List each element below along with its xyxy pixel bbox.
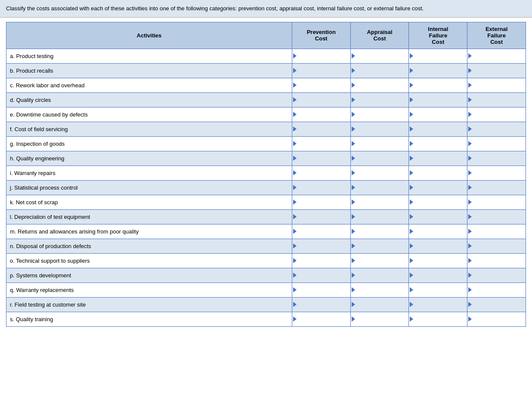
- appraisal-cell[interactable]: [350, 107, 409, 122]
- internal-failure-cell[interactable]: [409, 209, 467, 224]
- prevention-cell[interactable]: [292, 63, 350, 78]
- appraisal-indicator-icon: [352, 302, 355, 307]
- external-failure-cell[interactable]: [467, 312, 526, 326]
- external-failure-cell[interactable]: [467, 239, 526, 253]
- internal-failure-cell[interactable]: [409, 312, 467, 326]
- prevention-indicator-icon: [293, 273, 297, 278]
- external-failure-cell[interactable]: [467, 268, 526, 282]
- appraisal-cell[interactable]: [350, 92, 409, 107]
- external-failure-cell[interactable]: [467, 253, 526, 268]
- external-failure-cell[interactable]: [467, 180, 526, 195]
- internal-failure-indicator-icon: [410, 126, 413, 132]
- appraisal-cell[interactable]: [350, 312, 409, 326]
- prevention-indicator-icon: [293, 243, 297, 249]
- prevention-cell[interactable]: [292, 224, 350, 239]
- internal-failure-cell[interactable]: [409, 253, 467, 268]
- prevention-cell[interactable]: [292, 209, 350, 224]
- appraisal-cell[interactable]: [350, 224, 409, 239]
- external-failure-cell[interactable]: [467, 209, 526, 224]
- prevention-cell[interactable]: [292, 282, 350, 297]
- external-failure-cell[interactable]: [467, 151, 526, 166]
- table-row: o. Technical support to suppliers: [6, 253, 526, 268]
- external-failure-indicator-icon: [468, 53, 472, 58]
- external-failure-cell[interactable]: [467, 49, 526, 63]
- external-failure-cell[interactable]: [467, 166, 526, 180]
- internal-failure-cell[interactable]: [409, 268, 467, 282]
- external-failure-indicator-icon: [468, 258, 472, 263]
- external-failure-cell[interactable]: [467, 122, 526, 136]
- table-container: Activities PreventionCost AppraisalCost …: [0, 18, 532, 331]
- appraisal-cell[interactable]: [350, 282, 409, 297]
- prevention-cell[interactable]: [292, 92, 350, 107]
- internal-failure-cell[interactable]: [409, 282, 467, 297]
- activity-label: h. Quality engineering: [6, 151, 292, 166]
- appraisal-cell[interactable]: [350, 166, 409, 180]
- prevention-cell[interactable]: [292, 122, 350, 136]
- internal-failure-cell[interactable]: [409, 166, 467, 180]
- external-failure-cell[interactable]: [467, 136, 526, 151]
- appraisal-indicator-icon: [352, 273, 355, 278]
- appraisal-cell[interactable]: [350, 63, 409, 78]
- external-failure-cell[interactable]: [467, 224, 526, 239]
- prevention-cell[interactable]: [292, 297, 350, 312]
- external-failure-indicator-icon: [468, 83, 472, 88]
- appraisal-indicator-icon: [352, 229, 355, 234]
- internal-failure-cell[interactable]: [409, 122, 467, 136]
- appraisal-cell[interactable]: [350, 268, 409, 282]
- internal-failure-cell[interactable]: [409, 49, 467, 63]
- appraisal-cell[interactable]: [350, 180, 409, 195]
- activity-label: g. Inspection of goods: [6, 136, 292, 151]
- internal-failure-cell[interactable]: [409, 239, 467, 253]
- appraisal-cell[interactable]: [350, 122, 409, 136]
- appraisal-indicator-icon: [352, 112, 355, 117]
- prevention-cell[interactable]: [292, 107, 350, 122]
- internal-failure-cell[interactable]: [409, 224, 467, 239]
- internal-failure-cell[interactable]: [409, 297, 467, 312]
- external-failure-cell[interactable]: [467, 92, 526, 107]
- internal-failure-cell[interactable]: [409, 78, 467, 92]
- activity-label: q. Warranty replacements: [6, 282, 292, 297]
- internal-failure-cost-header: InternalFailureCost: [409, 22, 467, 49]
- external-failure-cell[interactable]: [467, 282, 526, 297]
- prevention-cell[interactable]: [292, 136, 350, 151]
- external-failure-cell[interactable]: [467, 297, 526, 312]
- appraisal-cell[interactable]: [350, 49, 409, 63]
- internal-failure-cell[interactable]: [409, 195, 467, 209]
- internal-failure-indicator-icon: [410, 83, 413, 88]
- appraisal-indicator-icon: [352, 97, 355, 102]
- prevention-cell[interactable]: [292, 239, 350, 253]
- internal-failure-cell[interactable]: [409, 136, 467, 151]
- appraisal-cell[interactable]: [350, 297, 409, 312]
- external-failure-cost-header: ExternalFailureCost: [467, 22, 526, 49]
- prevention-cell[interactable]: [292, 78, 350, 92]
- internal-failure-indicator-icon: [410, 258, 413, 263]
- prevention-cell[interactable]: [292, 49, 350, 63]
- prevention-cell[interactable]: [292, 312, 350, 326]
- prevention-cell[interactable]: [292, 151, 350, 166]
- appraisal-cell[interactable]: [350, 209, 409, 224]
- appraisal-cell[interactable]: [350, 151, 409, 166]
- appraisal-indicator-icon: [352, 83, 355, 88]
- prevention-indicator-icon: [293, 185, 297, 190]
- prevention-cell[interactable]: [292, 268, 350, 282]
- prevention-cell[interactable]: [292, 195, 350, 209]
- internal-failure-cell[interactable]: [409, 63, 467, 78]
- internal-failure-cell[interactable]: [409, 151, 467, 166]
- external-failure-cell[interactable]: [467, 78, 526, 92]
- internal-failure-cell[interactable]: [409, 107, 467, 122]
- external-failure-cell[interactable]: [467, 195, 526, 209]
- prevention-cell[interactable]: [292, 166, 350, 180]
- external-failure-cell[interactable]: [467, 63, 526, 78]
- appraisal-cell[interactable]: [350, 253, 409, 268]
- appraisal-cell[interactable]: [350, 239, 409, 253]
- prevention-indicator-icon: [293, 214, 297, 219]
- internal-failure-cell[interactable]: [409, 180, 467, 195]
- prevention-cell[interactable]: [292, 253, 350, 268]
- appraisal-cell[interactable]: [350, 136, 409, 151]
- internal-failure-cell[interactable]: [409, 92, 467, 107]
- external-failure-indicator-icon: [468, 214, 472, 219]
- prevention-cell[interactable]: [292, 180, 350, 195]
- external-failure-cell[interactable]: [467, 107, 526, 122]
- appraisal-cell[interactable]: [350, 195, 409, 209]
- appraisal-cell[interactable]: [350, 78, 409, 92]
